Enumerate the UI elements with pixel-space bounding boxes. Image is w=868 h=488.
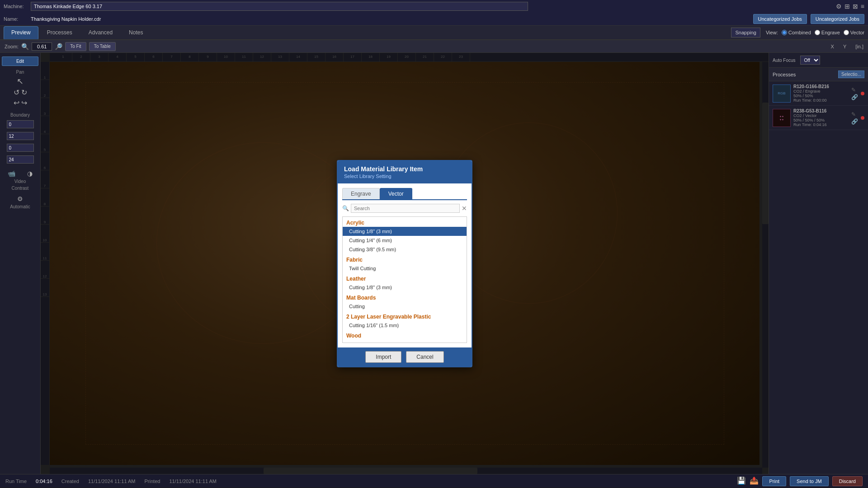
export-icon[interactable]: 📤 xyxy=(750,476,759,486)
modal-header: Load Material Library Item Select Librar… xyxy=(338,161,472,183)
undo-icon[interactable]: ↩ xyxy=(14,99,19,107)
left-sidebar: Edit Pan ↖ ↺ ↻ ↩ ↪ Boundary 📹 ◑ Video Co… xyxy=(0,53,41,474)
material-item[interactable]: Cutting 1/8" (3 mm) xyxy=(343,283,467,292)
discard-button[interactable]: Discard xyxy=(832,476,863,486)
close-icon[interactable]: ⊠ xyxy=(853,3,858,10)
cancel-button[interactable]: Cancel xyxy=(406,351,443,363)
run-time-label: Run Time xyxy=(5,479,27,484)
autofocus-label: Auto Focus xyxy=(773,58,796,63)
search-clear-button[interactable]: ✕ xyxy=(462,205,467,212)
printed-label: Printed xyxy=(145,479,160,484)
process-name-2: R238-G53-B116 xyxy=(793,108,849,113)
boundary-field-3[interactable] xyxy=(7,144,34,152)
tabs-bar: Preview Processes Advanced Notes Snappin… xyxy=(0,26,868,40)
view-combined[interactable]: Combined xyxy=(782,30,811,35)
material-item[interactable]: Cutting 1/8" (3 mm) xyxy=(343,227,467,236)
arrow-icon[interactable]: ↖ xyxy=(17,76,24,86)
tab-notes[interactable]: Notes xyxy=(121,26,151,39)
autofocus-select[interactable]: Off On xyxy=(800,56,820,65)
print-button[interactable]: Print xyxy=(762,476,786,486)
selection-button[interactable]: Selectio... xyxy=(838,70,864,78)
contrast-icon[interactable]: ◑ xyxy=(27,170,33,177)
view-group: View: Combined Engrave Vector xyxy=(766,30,864,35)
name-label: Name: xyxy=(4,16,31,22)
modal-tabs: Engrave Vector xyxy=(342,188,467,200)
link-process-icon-2[interactable]: 🔗 xyxy=(851,118,858,125)
contrast-label: Contrast xyxy=(2,186,38,191)
tab-vector[interactable]: Vector xyxy=(380,188,412,199)
zoom-decrease-icon[interactable]: 🔍 xyxy=(21,43,29,50)
material-item[interactable]: Cutting 1/16" (1.5 mm) xyxy=(343,321,467,330)
modal-subtitle: Select Library Setting xyxy=(344,174,465,179)
material-list[interactable]: Acrylic Cutting 1/8" (3 mm) Cutting 1/4"… xyxy=(342,216,467,343)
zoom-value[interactable] xyxy=(32,42,52,51)
import-button[interactable]: Import xyxy=(365,351,401,363)
header-icons: ⚙ ⊞ ⊠ ≡ xyxy=(836,3,864,10)
uncategorized-btn-2[interactable]: Uncategorized Jobs xyxy=(811,14,864,24)
process-item-2: ✦✦✦✦ R238-G53-B116 CO2 / Vector 50% / 50… xyxy=(769,106,868,130)
to-table-button[interactable]: To Table xyxy=(89,42,116,51)
bottom-bar: Run Time 0:04:16 Created 11/11/2024 11:1… xyxy=(0,474,868,488)
undo-redo: ↩ ↪ xyxy=(2,99,38,107)
process-item-1: RGB R120-G166-B216 CO2 / Engrave 50% / 5… xyxy=(769,81,868,106)
material-item[interactable]: Cutting xyxy=(343,302,467,311)
rotate-tools: ↺ ↻ xyxy=(2,88,38,97)
redo-icon[interactable]: ↪ xyxy=(21,99,27,107)
tab-preview[interactable]: Preview xyxy=(4,26,38,39)
gear-icon[interactable]: ⚙ xyxy=(836,3,842,10)
automatic-icon[interactable]: ⚙ xyxy=(17,195,23,202)
zoom-increase-icon[interactable]: 🔎 xyxy=(55,43,62,50)
machine-row: Machine: ⚙ ⊞ ⊠ ≡ xyxy=(0,0,868,13)
material-item[interactable]: Cutting 3/8" (9.5 mm) xyxy=(343,245,467,254)
category-acrylic: Acrylic xyxy=(343,217,467,227)
search-icon: 🔍 xyxy=(342,205,349,211)
category-leather: Leather xyxy=(343,273,467,283)
boundary-field-4[interactable] xyxy=(7,155,34,164)
rotate-right-icon[interactable]: ↻ xyxy=(21,88,27,97)
process-type-1: CO2 / Engrave xyxy=(793,89,849,94)
sidebar-icons: 📹 ◑ xyxy=(2,170,38,177)
menu-icon[interactable]: ≡ xyxy=(861,3,864,10)
y-coord-label: Y xyxy=(843,44,846,49)
grid-icon[interactable]: ⊞ xyxy=(844,3,850,10)
processes-title: Processes xyxy=(773,72,796,77)
view-vector[interactable]: Vector xyxy=(844,30,864,35)
process-thumb-2: ✦✦✦✦ xyxy=(773,109,791,127)
boundary-field-1[interactable] xyxy=(7,120,34,128)
edit-process-icon[interactable]: ✎ xyxy=(851,87,858,93)
uncategorized-btn-1[interactable]: Uncategorized Jobs xyxy=(753,14,807,24)
send-to-jm-button[interactable]: Send to JM xyxy=(790,476,829,486)
material-item[interactable]: Thin Veneer (Cutting) xyxy=(343,340,467,343)
process-dot-2 xyxy=(861,116,864,120)
snapping-button[interactable]: Snapping xyxy=(731,28,760,38)
canvas-area: 1 2 3 4 5 6 7 8 9 10 11 12 13 14 15 16 1 xyxy=(41,53,769,474)
units-label: [in.] xyxy=(855,44,863,49)
tab-advanced[interactable]: Advanced xyxy=(81,26,120,39)
process-icons-2: ✎ 🔗 xyxy=(851,111,858,125)
material-item[interactable]: Twill Cutting xyxy=(343,264,467,273)
printed-value: 11/11/2024 11:11 AM xyxy=(169,479,217,484)
boundary-field-2[interactable] xyxy=(7,132,34,140)
edit-button[interactable]: Edit xyxy=(2,56,38,66)
process-thumb-1: RGB xyxy=(773,84,791,103)
search-input[interactable] xyxy=(351,204,460,213)
processes-header: Processes Selectio... xyxy=(769,68,868,81)
material-item[interactable]: Cutting 1/4" (6 mm) xyxy=(343,236,467,245)
category-mat-boards: Mat Boards xyxy=(343,292,467,302)
to-fit-button[interactable]: To Fit xyxy=(65,42,86,51)
rotate-left-icon[interactable]: ↺ xyxy=(14,88,19,97)
automatic-label: Automatic xyxy=(2,204,38,209)
view-engrave[interactable]: Engrave xyxy=(815,30,840,35)
tab-processes[interactable]: Processes xyxy=(39,26,80,39)
edit-process-icon-2[interactable]: ✎ xyxy=(851,111,858,117)
modal-body: Engrave Vector 🔍 ✕ Acrylic Cutting 1/8" … xyxy=(338,183,472,347)
zoom-label: Zoom: xyxy=(5,44,19,49)
save-icon[interactable]: 💾 xyxy=(737,476,746,486)
process-time-1: Run Time: 0:00:00 xyxy=(793,98,849,103)
link-process-icon[interactable]: 🔗 xyxy=(851,94,858,100)
process-info-1: R120-G166-B216 CO2 / Engrave 50% / 50% R… xyxy=(793,84,849,103)
main-layout: Edit Pan ↖ ↺ ↻ ↩ ↪ Boundary 📹 ◑ Video Co… xyxy=(0,53,868,474)
video-icon[interactable]: 📹 xyxy=(8,170,15,177)
tab-engrave[interactable]: Engrave xyxy=(342,188,380,199)
machine-name-input[interactable] xyxy=(31,2,528,11)
